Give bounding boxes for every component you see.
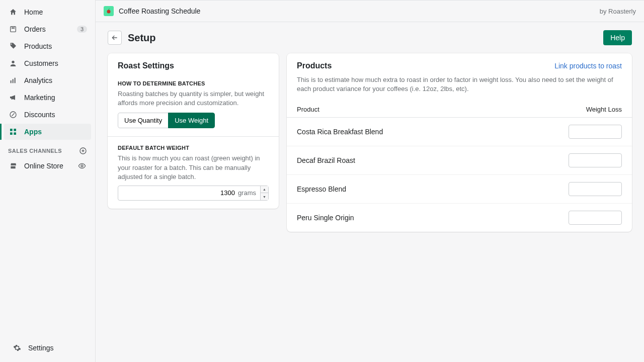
svg-rect-6 (10, 129, 13, 131)
weight-step-up[interactable]: ▲ (261, 186, 268, 194)
svg-rect-2 (11, 80, 12, 83)
svg-rect-8 (10, 132, 13, 135)
user-icon (8, 58, 18, 68)
default-batch-weight-input-wrap: grams ▲ ▼ (118, 186, 269, 201)
help-button[interactable]: Help (603, 30, 632, 45)
nav-analytics[interactable]: Analytics (4, 72, 91, 88)
analytics-icon (8, 75, 18, 85)
products-table-body: Costa Rica Breakfast Blend%▲▼Decaf Brazi… (287, 118, 632, 232)
link-products-link[interactable]: Link products to roast (554, 62, 622, 70)
tag-icon (8, 41, 18, 51)
nav-label: Orders (24, 25, 77, 33)
sidebar: Home Orders 3 Products Customers (0, 0, 96, 362)
sales-channels-header: SALES CHANNELS (0, 140, 95, 158)
weight-loss-input-wrap: %▲▼ (569, 125, 622, 139)
default-batch-weight-input[interactable] (118, 186, 238, 200)
weight-unit-label: grams (238, 186, 260, 200)
app-byline: by Roasterly (600, 8, 636, 15)
svg-rect-4 (15, 78, 16, 83)
col-product: Product (297, 106, 586, 113)
roast-settings-card: Roast Settings HOW TO DETERMINE BATCHES … (108, 53, 279, 209)
svg-rect-9 (14, 132, 16, 135)
weight-loss-input[interactable] (569, 211, 644, 224)
product-name: Peru Single Origin (297, 214, 569, 222)
app-topbar: Coffee Roasting Schedule by Roasterly (96, 0, 644, 22)
product-row: Costa Rica Breakfast Blend%▲▼ (287, 118, 632, 146)
default-weight-subhead: DEFAULT BATCH WEIGHT (118, 145, 269, 151)
nav-customers[interactable]: Customers (4, 55, 91, 71)
default-weight-help: This is how much you can roast (green we… (118, 154, 269, 182)
nav-label: Analytics (24, 76, 87, 84)
product-name: Decaf Brazil Roast (297, 156, 569, 164)
batches-help: Roasting batches by quantity is simpler,… (118, 89, 269, 108)
bullhorn-icon (8, 93, 18, 103)
nav-settings[interactable]: Settings (8, 340, 87, 356)
svg-point-12 (107, 10, 111, 14)
weight-loss-input[interactable] (569, 125, 644, 138)
nav-label: Apps (24, 128, 87, 136)
product-row: Peru Single Origin%▲▼ (287, 204, 632, 232)
nav-apps[interactable]: Apps (4, 124, 91, 140)
app-title: Coffee Roasting Schedule (119, 7, 600, 15)
svg-rect-3 (13, 79, 14, 83)
channel-online-store[interactable]: Online Store (4, 158, 91, 174)
app-logo-icon (104, 6, 114, 16)
nav-orders[interactable]: Orders 3 (4, 21, 91, 37)
nav-label: Home (24, 8, 87, 16)
orders-badge: 3 (77, 26, 87, 33)
nav-marketing[interactable]: Marketing (4, 89, 91, 106)
gear-icon (12, 343, 22, 353)
discount-icon (8, 110, 18, 120)
products-desc: This is to estimate how much extra to ro… (287, 72, 632, 102)
weight-loss-input[interactable] (569, 154, 644, 167)
svg-rect-0 (11, 27, 16, 32)
orders-icon (8, 24, 18, 34)
products-table-header: Product Weight Loss (287, 102, 632, 118)
nav-discounts[interactable]: Discounts (4, 107, 91, 123)
weight-step-down[interactable]: ▼ (261, 193, 268, 200)
product-row: Decaf Brazil Roast%▲▼ (287, 146, 632, 175)
products-title: Products (297, 61, 554, 70)
arrow-left-icon (111, 34, 119, 42)
use-quantity-button[interactable]: Use Quantity (118, 113, 169, 128)
svg-point-1 (12, 61, 14, 63)
channel-label: Online Store (24, 162, 77, 170)
add-channel-icon[interactable] (79, 147, 87, 155)
svg-point-11 (81, 165, 83, 167)
weight-loss-input-wrap: %▲▼ (569, 182, 622, 196)
weight-loss-input[interactable] (569, 183, 644, 196)
use-weight-button[interactable]: Use Weight (168, 113, 215, 128)
nav-products[interactable]: Products (4, 38, 91, 54)
nav-label: Discounts (24, 111, 87, 119)
svg-rect-7 (14, 129, 16, 131)
batch-mode-segmented: Use Quantity Use Weight (118, 113, 215, 128)
product-name: Costa Rica Breakfast Blend (297, 128, 569, 136)
product-row: Espresso Blend%▲▼ (287, 175, 632, 204)
home-icon (8, 7, 18, 17)
nav-label: Customers (24, 59, 87, 67)
roast-settings-title: Roast Settings (118, 61, 269, 70)
nav-label: Marketing (24, 94, 87, 102)
weight-loss-input-wrap: %▲▼ (569, 153, 622, 167)
apps-icon (8, 127, 18, 137)
sales-channels-label: SALES CHANNELS (8, 148, 62, 154)
weight-loss-input-wrap: %▲▼ (569, 211, 622, 225)
product-name: Espresso Blend (297, 185, 569, 193)
back-button[interactable] (108, 31, 122, 45)
eye-icon[interactable] (77, 161, 87, 171)
main: Coffee Roasting Schedule by Roasterly Se… (96, 0, 644, 362)
batches-subhead: HOW TO DETERMINE BATCHES (118, 80, 269, 86)
page-title: Setup (128, 32, 603, 44)
nav-label: Settings (28, 344, 83, 352)
nav-label: Products (24, 42, 87, 50)
products-card: Products Link products to roast This is … (287, 53, 632, 232)
store-icon (8, 161, 18, 171)
col-weight-loss: Weight Loss (586, 106, 622, 113)
nav-home[interactable]: Home (4, 4, 91, 20)
